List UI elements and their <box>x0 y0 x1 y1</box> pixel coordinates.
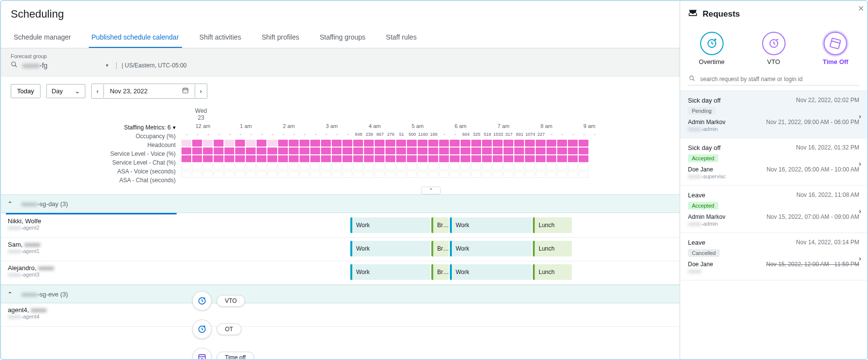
agent-timeline[interactable]: WorkBr…WorkLunch <box>182 238 680 261</box>
heatmap-cell <box>289 155 299 162</box>
date-picker[interactable]: Nov 23, 2022 <box>104 84 194 98</box>
occupancy-value: - <box>192 132 203 140</box>
heatmap-cell <box>300 140 309 147</box>
occupancy-value: 227 <box>536 132 546 140</box>
heatmap-cell <box>257 148 266 154</box>
tab-shift-profiles[interactable]: Shift profiles <box>259 27 302 48</box>
status-badge: Accepted <box>688 154 718 162</box>
view-select[interactable]: Day ⌄ <box>46 84 85 98</box>
agent-timeline[interactable]: WorkBr…WorkLunch <box>182 214 680 237</box>
group-collapse-toggle[interactable]: ⌃ <box>1 200 19 208</box>
heatmap-cell <box>482 148 492 154</box>
hour-label: 3 am <box>310 123 353 132</box>
heatmap-cell <box>418 163 427 170</box>
vto-label: VTO <box>767 58 780 65</box>
shift-segment-work[interactable]: Work <box>350 217 430 233</box>
tab-staff-rules[interactable]: Staff rules <box>383 27 420 48</box>
agent-row[interactable]: agent4, xxxxxxxxxx-agent4 <box>1 303 680 327</box>
heatmap-cell <box>214 140 223 147</box>
shift-segment-work[interactable]: Work <box>450 217 532 233</box>
tab-staffing-groups[interactable]: Staffing groups <box>317 27 368 48</box>
occupancy-value: - <box>300 132 310 140</box>
request-tab-timeoff[interactable]: Time Off <box>823 32 848 65</box>
request-login: xxxxx-supervisc <box>688 173 859 179</box>
heatmap-cell <box>300 171 309 178</box>
heatmap-cell <box>214 163 223 170</box>
group-row[interactable]: ⌃xxxxx-sg-eve (3) <box>1 285 680 303</box>
request-search-input[interactable] <box>699 75 858 83</box>
shift-segment-break[interactable]: Br… <box>431 217 449 233</box>
heatmap-cell <box>493 171 503 178</box>
heatmap-cell <box>450 163 460 170</box>
heatmap-cell <box>353 171 363 178</box>
request-login: xxxxx <box>688 268 859 274</box>
collapse-metrics-button[interactable]: ⌃ <box>421 187 441 194</box>
request-date: Nov 16, 2022, 01:32 PM <box>796 144 859 151</box>
tab-schedule-manager[interactable]: Schedule manager <box>11 27 74 48</box>
chevron-down-icon: ▾ <box>106 63 108 68</box>
tab-published-calendar[interactable]: Published schedule calendar <box>89 27 182 48</box>
view-select-value: Day <box>52 87 63 95</box>
shift-segment-work[interactable]: Work <box>350 241 430 256</box>
chevron-right-icon: › <box>859 254 861 262</box>
request-tab-overtime[interactable]: Overtime <box>699 32 725 65</box>
request-login: xxxxx-admin <box>688 221 859 227</box>
agent-row[interactable]: Nikki, Wolfexxxxx-agent2WorkBr…WorkLunch <box>1 214 680 238</box>
forecast-group-masked: xxxxx <box>22 62 40 69</box>
occupancy-value: - <box>439 132 450 140</box>
occupancy-value: 867 <box>375 132 385 140</box>
group-row[interactable]: ⌃xxxxx-sg-day (3) <box>1 194 680 213</box>
heatmap-cell <box>214 171 223 178</box>
radial-ot[interactable]: OT <box>192 319 254 339</box>
shift-segment-break[interactable]: Br… <box>431 264 449 280</box>
group-collapse-toggle[interactable]: ⌃ <box>1 291 19 298</box>
heatmap-cell <box>332 148 342 154</box>
agent-row[interactable]: Sam, xxxxxxxxxx-agent1WorkBr…WorkLunch <box>1 238 680 261</box>
shift-segment-work[interactable]: Work <box>450 264 532 280</box>
heatmap-cell <box>428 148 438 154</box>
day-header: Wed 23 <box>182 106 221 123</box>
shift-segment-work[interactable]: Work <box>450 241 532 256</box>
today-button[interactable]: Today <box>11 84 40 98</box>
radial-timeoff[interactable]: Time off <box>192 348 254 359</box>
heatmap-cell <box>514 155 524 162</box>
heatmap-cell <box>461 140 470 147</box>
request-tab-vto[interactable]: VTO <box>762 32 786 65</box>
heatmap-cell <box>396 148 406 154</box>
agent-timeline[interactable]: WorkBr…WorkLunch <box>182 261 680 284</box>
request-item[interactable]: Sick day offNov 22, 2022, 02:02 PMPendin… <box>680 91 867 138</box>
radial-vto[interactable]: VTO <box>192 291 254 311</box>
heatmap-cell <box>482 163 492 170</box>
heatmap-cell <box>300 148 309 154</box>
shift-segment-break[interactable]: Br… <box>431 241 449 256</box>
agent-row[interactable]: Alejandro, xxxxxxxxxx-agent3WorkBr…WorkL… <box>1 261 680 285</box>
request-title: Leave <box>688 191 705 199</box>
occupancy-value: - <box>214 132 224 140</box>
next-day-button[interactable]: › <box>195 85 207 98</box>
shift-segment-work[interactable]: Work <box>350 264 430 280</box>
request-list[interactable]: Sick day offNov 22, 2022, 02:02 PMPendin… <box>680 90 867 359</box>
forecast-group-selector[interactable]: xxxxx-fg ▾ <box>22 62 108 69</box>
tab-shift-activities[interactable]: Shift activities <box>197 27 244 48</box>
request-login: xxxxx-admin <box>688 126 859 132</box>
heatmap-cell <box>439 140 449 147</box>
heatmap-cell <box>579 171 588 178</box>
request-item[interactable]: Sick day offNov 16, 2022, 01:32 PMAccept… <box>680 138 867 186</box>
day-of-month: 23 <box>182 114 221 121</box>
occupancy-value: - <box>450 132 461 140</box>
staffing-metrics-toggle[interactable]: Staffing Metrics: 6▾ <box>1 123 176 132</box>
shift-segment-lunch[interactable]: Lunch <box>533 241 572 256</box>
request-search[interactable] <box>688 73 859 85</box>
calendar-toolbar: Today Day ⌄ ‹ Nov 23, 2022 › <box>1 77 680 106</box>
shift-segment-lunch[interactable]: Lunch <box>533 264 572 280</box>
request-item[interactable]: LeaveNov 14, 2022, 03:14 PMCancelledDoe … <box>680 233 867 280</box>
occupancy-value: - <box>257 132 267 140</box>
svg-point-22 <box>690 76 694 80</box>
panel-close-icon[interactable]: ✕ <box>858 4 864 13</box>
occupancy-value: 189 <box>428 132 439 140</box>
prev-day-button[interactable]: ‹ <box>92 85 104 98</box>
heatmap-cell <box>192 140 202 147</box>
shift-segment-lunch[interactable]: Lunch <box>533 217 572 233</box>
agent-timeline[interactable] <box>182 303 680 326</box>
request-item[interactable]: LeaveNov 16, 2022, 11:08 AMAcceptedAdmin… <box>680 186 867 233</box>
